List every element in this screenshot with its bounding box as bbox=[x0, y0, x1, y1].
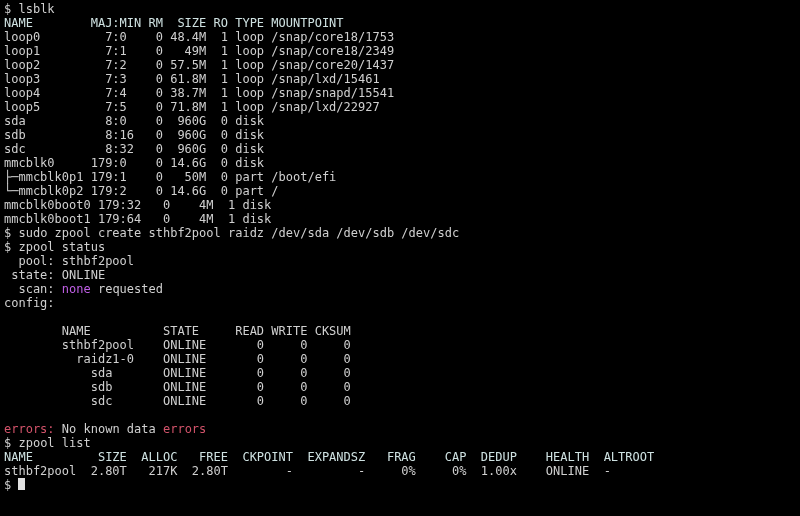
prompt: $ sudo zpool create sthbf2pool raidz /de… bbox=[4, 226, 459, 240]
status-errors-line: errors: No known data errors bbox=[4, 422, 206, 436]
scan-value: none bbox=[62, 282, 91, 296]
status-state: state: ONLINE bbox=[4, 268, 105, 282]
zpool-list-header: NAME SIZE ALLOC FREE CKPOINT EXPANDSZ FR… bbox=[4, 450, 654, 464]
prompt: $ zpool list bbox=[4, 436, 91, 450]
status-table-row: sdc ONLINE 0 0 0 bbox=[4, 394, 351, 408]
zpool-list-row: sthbf2pool 2.80T 217K 2.80T - - 0% 0% 1.… bbox=[4, 464, 611, 478]
prompt: $ zpool status bbox=[4, 240, 105, 254]
status-table-row: raidz1-0 ONLINE 0 0 0 bbox=[4, 352, 351, 366]
lsblk-row: mmcblk0boot1 179:64 0 4M 1 disk bbox=[4, 212, 279, 226]
cmd-zpool-create: sudo zpool create sthbf2pool raidz /dev/… bbox=[18, 226, 459, 240]
prompt: $ lsblk bbox=[4, 2, 55, 16]
status-table-header: NAME STATE READ WRITE CKSUM bbox=[4, 324, 351, 338]
lsblk-row: sdb 8:16 0 960G 0 disk bbox=[4, 128, 271, 142]
lsblk-row: └─mmcblk0p2 179:2 0 14.6G 0 part / bbox=[4, 184, 279, 198]
lsblk-row: loop0 7:0 0 48.4M 1 loop /snap/core18/17… bbox=[4, 30, 394, 44]
cmd-lsblk: lsblk bbox=[18, 2, 54, 16]
lsblk-row: loop1 7:1 0 49M 1 loop /snap/core18/2349 bbox=[4, 44, 394, 58]
lsblk-row: ├─mmcblk0p1 179:1 0 50M 0 part /boot/efi bbox=[4, 170, 336, 184]
cursor-icon bbox=[18, 478, 25, 490]
lsblk-row: loop4 7:4 0 38.7M 1 loop /snap/snapd/155… bbox=[4, 86, 394, 100]
lsblk-row: mmcblk0 179:0 0 14.6G 0 disk bbox=[4, 156, 271, 170]
status-pool: pool: sthbf2pool bbox=[4, 254, 134, 268]
status-table-row: sdb ONLINE 0 0 0 bbox=[4, 380, 351, 394]
terminal[interactable]: $ lsblk NAME MAJ:MIN RM SIZE RO TYPE MOU… bbox=[0, 0, 800, 494]
errors-word: errors: bbox=[4, 422, 55, 436]
status-config-label: config: bbox=[4, 296, 55, 310]
status-scan: scan: none requested bbox=[4, 282, 163, 296]
lsblk-row: mmcblk0boot0 179:32 0 4M 1 disk bbox=[4, 198, 279, 212]
lsblk-row: sda 8:0 0 960G 0 disk bbox=[4, 114, 271, 128]
status-table-row: sda ONLINE 0 0 0 bbox=[4, 366, 351, 380]
errors-word: errors bbox=[163, 422, 206, 436]
cmd-zpool-status: zpool status bbox=[18, 240, 105, 254]
lsblk-row: sdc 8:32 0 960G 0 disk bbox=[4, 142, 271, 156]
cmd-zpool-list: zpool list bbox=[18, 436, 90, 450]
lsblk-header: NAME MAJ:MIN RM SIZE RO TYPE MOUNTPOINT bbox=[4, 16, 344, 30]
status-table-row: sthbf2pool ONLINE 0 0 0 bbox=[4, 338, 351, 352]
lsblk-row: loop3 7:3 0 61.8M 1 loop /snap/lxd/15461 bbox=[4, 72, 380, 86]
lsblk-row: loop5 7:5 0 71.8M 1 loop /snap/lxd/22927 bbox=[4, 100, 380, 114]
prompt-current[interactable]: $ bbox=[4, 478, 25, 492]
lsblk-row: loop2 7:2 0 57.5M 1 loop /snap/core20/14… bbox=[4, 58, 394, 72]
